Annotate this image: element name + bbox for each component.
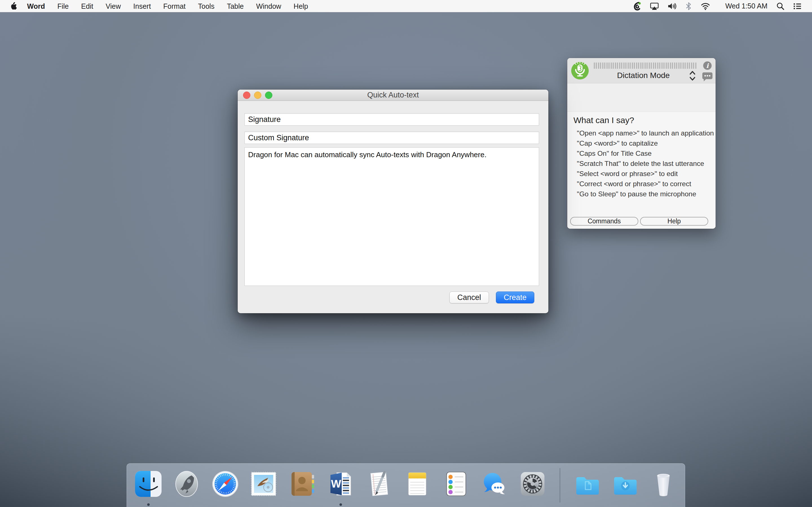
autotext-name-field[interactable] (245, 113, 539, 126)
menu-clock[interactable]: Wed 1:50 AM (721, 2, 772, 10)
dock-launchpad-icon[interactable] (172, 470, 201, 498)
dock-textedit-icon[interactable] (365, 470, 393, 498)
close-button[interactable] (243, 92, 250, 99)
zoom-button[interactable] (265, 92, 272, 99)
airplay-display-icon[interactable] (646, 0, 663, 12)
tip-scratch-that: "Scratch That" to delete the last uttera… (577, 159, 714, 169)
dock-documents-folder-icon[interactable] (573, 470, 602, 498)
dialog-title-bar[interactable]: Quick Auto-text (238, 90, 548, 101)
dock-finder-icon[interactable] (134, 470, 162, 498)
cancel-button[interactable]: Cancel (449, 291, 489, 303)
quick-autotext-dialog: Quick Auto-text Dragon for Mac can autom… (238, 90, 548, 313)
dock-safari-icon[interactable] (211, 470, 239, 498)
microphone-status-icon[interactable] (571, 62, 589, 79)
dock-mail-icon[interactable] (250, 470, 278, 498)
help-button[interactable]: Help (640, 217, 708, 226)
tip-correct-word: "Correct <word or phrase>" to correct (577, 179, 714, 189)
tip-caps-on: "Caps On" for Title Case (577, 149, 714, 159)
notification-center-icon[interactable] (789, 0, 806, 12)
autotext-content-field[interactable]: Dragon for Mac can automatically sync Au… (245, 147, 539, 286)
word-running-indicator (340, 503, 342, 506)
commands-button[interactable]: Commands (570, 217, 638, 226)
svg-text:W: W (331, 478, 341, 490)
audio-level-meter (594, 62, 697, 69)
minimize-button[interactable] (254, 92, 261, 99)
dragon-panel-tips-area: What can I say? "Open <app name>" to lau… (567, 112, 716, 229)
menu-word[interactable]: Word (21, 0, 51, 12)
dialog-title: Quick Auto-text (367, 91, 419, 100)
volume-icon[interactable] (663, 0, 680, 12)
dragon-panel-message-area (567, 83, 716, 112)
menu-insert[interactable]: Insert (127, 0, 157, 12)
menu-help[interactable]: Help (287, 0, 314, 12)
tip-select-word: "Select <word or phrase>" to edit (577, 169, 714, 179)
dock-trash-icon[interactable] (649, 470, 677, 498)
bluetooth-icon[interactable] (680, 0, 696, 12)
dock-reminders-icon[interactable] (442, 470, 470, 498)
menu-view[interactable]: View (100, 0, 127, 12)
wifi-icon[interactable] (696, 0, 714, 12)
menu-table[interactable]: Table (221, 0, 250, 12)
transcription-bubble-icon[interactable] (702, 72, 713, 82)
dragon-status-icon[interactable] (627, 0, 646, 12)
create-button[interactable]: Create (496, 291, 534, 303)
dragon-status-panel: Dictation Mode i What can I say? "Open <… (567, 58, 716, 229)
mode-selector-chevrons[interactable] (689, 70, 696, 81)
dock: W (126, 463, 685, 507)
tip-open-app: "Open <app name>" to launch an applicati… (577, 128, 714, 138)
dock-system-preferences-icon[interactable] (518, 470, 547, 498)
menu-window[interactable]: Window (250, 0, 287, 12)
menu-tools[interactable]: Tools (192, 0, 220, 12)
apple-menu[interactable] (10, 2, 17, 11)
info-icon[interactable]: i (703, 61, 712, 70)
menu-file[interactable]: File (51, 0, 75, 12)
finder-running-indicator (147, 503, 150, 506)
menu-bar: Word File Edit View Insert Format Tools … (0, 0, 812, 12)
autotext-description-field[interactable] (245, 131, 539, 144)
apple-icon (10, 2, 17, 11)
what-can-i-say-heading: What can I say? (573, 115, 634, 125)
tip-cap-word: "Cap <word>" to capitalize (577, 138, 714, 149)
dragon-panel-header: Dictation Mode i (567, 58, 716, 83)
dock-notes-icon[interactable] (403, 470, 432, 498)
dock-word-icon[interactable]: W (326, 470, 355, 498)
menu-edit[interactable]: Edit (75, 0, 100, 12)
recognition-mode-label[interactable]: Dictation Mode (601, 71, 686, 80)
dock-messages-icon[interactable] (480, 470, 508, 498)
dock-downloads-folder-icon[interactable] (611, 470, 640, 498)
tip-go-to-sleep: "Go to Sleep" to pause the microphone (577, 189, 714, 199)
dock-divider (560, 468, 560, 503)
dock-contacts-icon[interactable] (288, 470, 316, 498)
spotlight-icon[interactable] (772, 0, 789, 12)
menu-format[interactable]: Format (157, 0, 192, 12)
